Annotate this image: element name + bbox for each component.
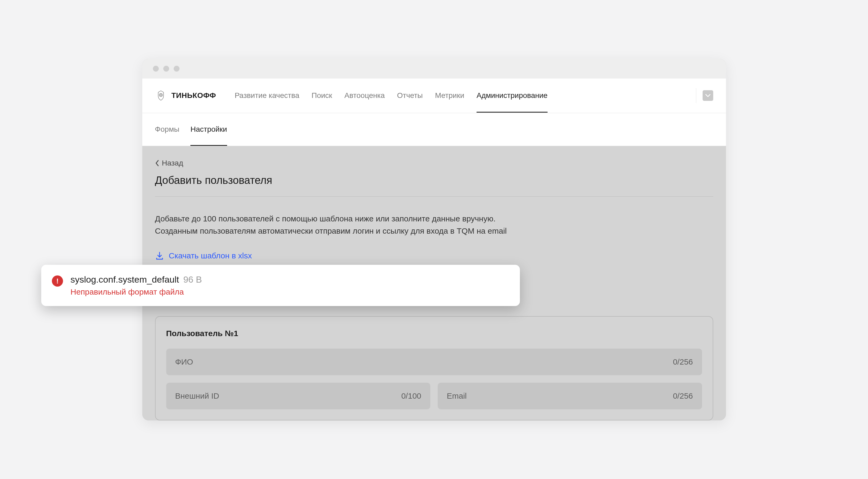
external-id-counter: 0/100 bbox=[401, 391, 421, 400]
fio-field[interactable]: ФИО 0/256 bbox=[166, 349, 702, 375]
app-header: ТИНЬКОФФ Развитие качества Поиск Автооце… bbox=[142, 79, 726, 113]
brand-logo-icon bbox=[155, 90, 167, 101]
nav-item-search[interactable]: Поиск bbox=[312, 91, 333, 113]
nav-item-reports[interactable]: Отчеты bbox=[397, 91, 423, 113]
browser-window: ТИНЬКОФФ Развитие качества Поиск Автооце… bbox=[142, 59, 726, 420]
window-maximize-dot[interactable] bbox=[174, 66, 180, 71]
sub-header: Формы Настройки bbox=[142, 113, 726, 146]
user-card-title: Пользователь №1 bbox=[166, 329, 702, 338]
error-icon: ! bbox=[52, 275, 63, 287]
brand: ТИНЬКОФФ bbox=[155, 90, 216, 101]
email-counter: 0/256 bbox=[673, 391, 693, 400]
header-right bbox=[696, 88, 713, 103]
back-label: Назад bbox=[162, 159, 183, 168]
page-title: Добавить пользователя bbox=[155, 174, 713, 197]
email-field[interactable]: Email 0/256 bbox=[438, 383, 702, 409]
external-id-field[interactable]: Внешний ID 0/100 bbox=[166, 383, 431, 409]
subnav-item-settings[interactable]: Настройки bbox=[190, 113, 227, 146]
fields-row: Внешний ID 0/100 Email 0/256 bbox=[166, 383, 702, 409]
nav-main: Развитие качества Поиск Автооценка Отчет… bbox=[235, 79, 696, 113]
nav-item-autoscore[interactable]: Автооценка bbox=[344, 91, 385, 113]
window-chrome bbox=[142, 59, 726, 79]
subnav-item-forms[interactable]: Формы bbox=[155, 113, 180, 146]
error-body: syslog.conf.system_default 96 B Неправил… bbox=[70, 274, 202, 296]
window-close-dot[interactable] bbox=[153, 66, 159, 71]
window-minimize-dot[interactable] bbox=[163, 66, 169, 71]
divider bbox=[696, 88, 696, 103]
svg-point-0 bbox=[159, 93, 162, 97]
nav-item-metrics[interactable]: Метрики bbox=[435, 91, 464, 113]
error-toast: ! syslog.conf.system_default 96 B Неправ… bbox=[41, 265, 520, 306]
email-placeholder: Email bbox=[447, 391, 467, 400]
chevron-left-icon bbox=[155, 160, 159, 167]
error-line-1: syslog.conf.system_default 96 B bbox=[70, 274, 202, 285]
brand-name: ТИНЬКОФФ bbox=[172, 91, 216, 100]
back-link[interactable]: Назад bbox=[155, 159, 713, 168]
nav-item-quality[interactable]: Развитие качества bbox=[235, 91, 299, 113]
chevron-down-icon bbox=[705, 94, 711, 97]
external-id-placeholder: Внешний ID bbox=[175, 391, 219, 400]
error-filesize: 96 B bbox=[183, 274, 202, 285]
instructions: Добавьте до 100 пользователей с помощью … bbox=[155, 213, 713, 237]
download-label: Скачать шаблон в xlsx bbox=[169, 251, 252, 260]
nav-item-admin[interactable]: Администрирование bbox=[476, 91, 548, 113]
instructions-line-2: Созданным пользователям автоматически от… bbox=[155, 225, 713, 237]
download-template-link[interactable]: Скачать шаблон в xlsx bbox=[155, 251, 252, 260]
fio-placeholder: ФИО bbox=[175, 357, 193, 366]
instructions-line-1: Добавьте до 100 пользователей с помощью … bbox=[155, 213, 713, 225]
user-menu-button[interactable] bbox=[703, 90, 713, 101]
download-icon bbox=[155, 251, 164, 260]
fio-counter: 0/256 bbox=[673, 357, 693, 366]
error-filename: syslog.conf.system_default bbox=[70, 274, 179, 285]
user-card: Пользователь №1 ФИО 0/256 Внешний ID 0/1… bbox=[155, 316, 713, 420]
error-message: Неправильный формат файла bbox=[70, 288, 202, 296]
